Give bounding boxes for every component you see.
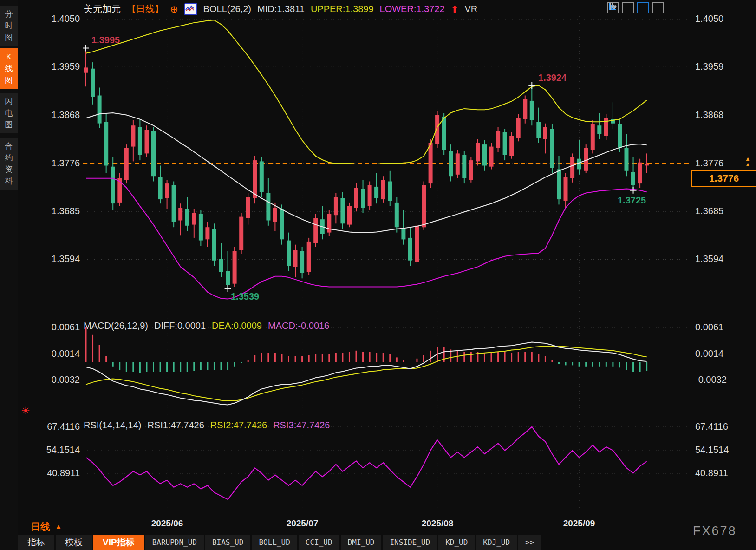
tab-boll-ud[interactable]: BOLL_UD [252,535,297,550]
tab--[interactable]: >> [518,535,541,550]
tab-vip指标[interactable]: VIP指标 [93,535,144,550]
rsi-title: RSI(14,14,14) [84,420,142,431]
main-y-axis-label-right: 1.4050 [695,13,723,24]
tab-kd-ud[interactable]: KD_UD [438,535,475,550]
macd-dea-value: DEA:0.0009 [212,321,262,331]
main-y-axis-label-left: 1.3959 [18,61,80,72]
main-y-axis-label-left: 1.3776 [18,158,80,169]
period-selector[interactable]: 日线 ▲ [31,520,62,533]
sidebar-item-4[interactable]: 合 约 资 料 [0,138,18,190]
main-y-axis-label-left: 1.3685 [18,206,80,216]
main-y-axis-label-left: 1.3868 [18,110,80,120]
target-plus-icon[interactable]: ⊕ [170,4,178,15]
main-y-axis-label-right: 1.3594 [695,254,723,264]
rsi2-value: RSI2:47.7426 [210,420,267,431]
tab-模板[interactable]: 模板 [56,535,92,550]
macd-diff-value: DIFF:0.0001 [154,321,206,331]
boll-lower-value: LOWER:1.3722 [380,4,445,14]
left-sidebar: 分 时 图K 线 图闪 电 图合 约 资 料 [0,0,18,550]
sidebar-item-2[interactable]: K 线 图 [0,48,18,89]
tab-cci-ud[interactable]: CCI_UD [299,535,339,550]
main-y-axis-label-right: 1.3685 [695,206,723,216]
watermark: FX678 [693,524,737,538]
period-tag[interactable]: 【日线】 [127,3,164,15]
rsi-y-axis-label-right: 67.4116 [695,421,728,432]
last-price-box: 1.3776 [691,170,756,187]
main-y-axis-label-left: 1.4050 [18,13,80,24]
boll-upper-value: UPPER:1.3899 [311,4,374,14]
rsi-y-axis-label-left: 67.4116 [18,421,80,432]
rsi-y-axis-label-left: 40.8911 [18,468,80,478]
axis-play-icon[interactable] [637,2,649,13]
symbol-name: 美元加元 [84,3,121,15]
tab-bias-ud[interactable]: BIAS_UD [205,535,250,550]
tab-指标[interactable]: 指标 [18,535,54,550]
rsi1-value: RSI1:47.7426 [148,420,204,431]
price-annotation: 1.3995 [91,35,120,46]
price-annotation: 1.3725 [618,195,646,206]
rsi-y-axis-label-right: 40.8911 [695,468,728,478]
axis-shift-icon[interactable] [652,2,664,13]
rsi-y-axis-label-right: 54.1514 [695,445,729,455]
x-axis-label: 2025/07 [272,518,332,529]
macd-y-axis-label-left: 0.0061 [18,322,80,333]
vr-label[interactable]: VR [464,4,477,14]
tab-kdj-ud[interactable]: KDJ_UD [476,535,517,550]
double-up-arrow-icon: ▲▲ [745,156,751,167]
main-chart-legend: 美元加元 【日线】 ⊕ BOLL(26,2) MID:1.3811 UPPER:… [84,3,477,15]
macd-value: MACD:-0.0016 [268,321,329,331]
price-annotation: 1.3539 [231,291,259,302]
price-annotation: 1.3924 [538,72,567,83]
tab-inside-ud[interactable]: INSIDE_UD [383,535,437,550]
triangle-up-icon: ▲ [55,523,62,531]
main-y-axis-label-right: 1.3959 [695,61,723,72]
macd-title: MACD(26,12,9) [84,321,148,331]
axis-scale-icon[interactable] [622,2,634,13]
period-label[interactable]: 日线 [31,520,50,533]
main-y-axis-label-left: 1.3594 [18,254,80,264]
macd-y-axis-label-right: 0.0061 [695,322,723,333]
x-axis-label: 2025/09 [549,518,609,529]
indicator-tab-bar: 指标模板VIP指标BARUPDN_UDBIAS_UDBOLL_UDCCI_UDD… [18,535,541,550]
x-axis-label: 2025/06 [137,518,197,529]
rsi3-value: RSI3:47.7426 [273,420,330,431]
price-chart-svg[interactable] [0,0,756,550]
main-y-axis-label-right: 1.3776 [695,158,723,169]
boll-label: BOLL(26,2) [203,4,251,14]
rsi-y-axis-label-left: 54.1514 [18,445,80,455]
macd-legend: MACD(26,12,9) DIFF:0.0001 DEA:0.0009 MAC… [84,321,329,331]
up-arrow-icon: ⬆ [451,4,459,15]
sun-icon[interactable]: ☀ [21,405,30,417]
rsi-legend: RSI(14,14,14) RSI1:47.7426 RSI2:47.7426 … [84,420,330,431]
macd-y-axis-label-right: 0.0014 [695,348,723,359]
mini-chart-icon[interactable] [184,3,197,15]
chart-toolbar [607,2,664,13]
sidebar-item-1[interactable]: 分 时 图 [0,6,18,46]
macd-y-axis-label-right: -0.0032 [695,374,727,385]
macd-y-axis-label-left: -0.0032 [18,374,80,385]
trading-app-window: 1.40501.40501.39591.39591.38681.38681.37… [0,0,756,550]
tab-barupdn-ud[interactable]: BARUPDN_UD [145,535,204,550]
main-y-axis-label-right: 1.3868 [695,110,723,120]
tab-dmi-ud[interactable]: DMI_UD [341,535,382,550]
boll-mid-value: MID:1.3811 [257,4,305,14]
sidebar-item-3[interactable]: 闪 电 图 [0,93,18,133]
x-axis-label: 2025/08 [407,518,468,529]
macd-y-axis-label-left: 0.0014 [18,348,80,359]
